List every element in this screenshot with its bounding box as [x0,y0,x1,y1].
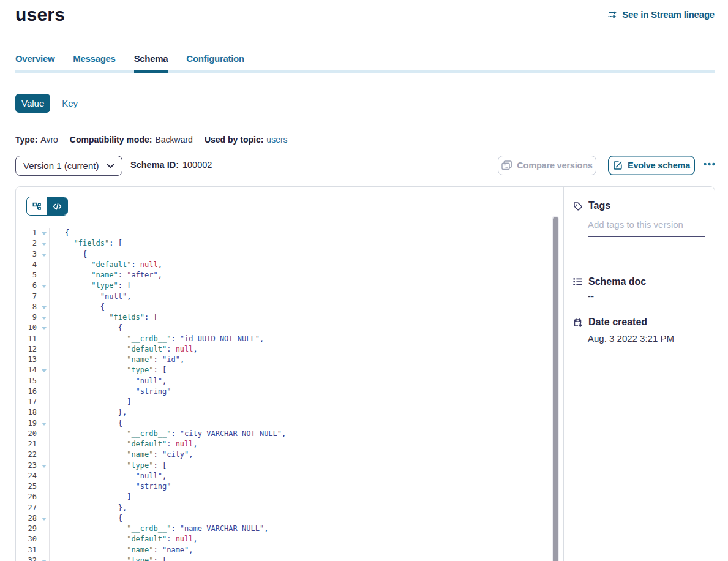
fold-arrow-icon[interactable] [42,423,47,426]
schema-doc-value: -- [588,291,705,301]
line-number: 32 [17,555,50,561]
fold-arrow-icon[interactable] [42,465,47,468]
code-line: 27 }, [17,503,555,513]
code-line-text: "name": "id", [50,355,184,365]
version-select[interactable]: Version 1 (current) [15,156,122,176]
line-number: 3 [17,249,50,260]
schema-doc-label: Schema doc [588,276,646,287]
code-line-text: { [50,513,122,524]
code-line-text: "name": "city", [50,450,193,460]
compare-versions-label: Compare versions [517,160,592,170]
code-line-text: "default": null, [50,534,198,544]
stream-lineage-icon [608,10,618,19]
code-line: 24 "null", [17,471,555,481]
line-number: 8 [17,302,50,312]
meta-value: Avro [40,135,58,145]
compare-versions-button[interactable]: Compare versions [498,156,596,175]
topic-link[interactable]: users [266,135,287,145]
version-row: Version 1 (current) Schema ID: 100002 Co… [15,156,715,176]
evolve-schema-label: Evolve schema [628,160,690,170]
code-line-text: "default": null, [50,344,198,355]
code-line: 28 { [17,513,555,524]
edit-schema-icon [613,160,623,170]
editor-scrollbar-thumb[interactable] [553,217,558,561]
code-line-text: "default": null, [50,260,162,270]
evolve-schema-button[interactable]: Evolve schema [608,156,695,175]
code-line: 29 "__crdb__": "name VARCHAR NULL", [17,524,555,534]
code-line: 21 "default": null, [17,439,555,450]
code-line: 10 { [17,323,555,333]
add-tags-input[interactable]: Add tags to this version [588,219,705,237]
tree-view-button[interactable] [27,197,47,215]
code-line: 14 "type": [ [17,365,555,375]
line-number: 26 [17,492,50,502]
schema-id-value: 100002 [182,160,212,170]
line-number: 1 [17,228,50,238]
tags-section-header: Tags [573,200,705,211]
code-pane: 1{2 "fields": [3 {4 "default": null,5 "n… [16,187,563,561]
code-line: 1{ [17,228,555,238]
line-number: 6 [17,280,50,291]
code-line-text: "name": "after", [50,270,162,280]
version-select-value: Version 1 (current) [23,160,107,171]
line-number: 17 [17,397,50,407]
line-number: 2 [17,238,50,249]
meta-label: Type: [15,135,37,145]
line-number: 22 [17,450,50,460]
fold-arrow-icon[interactable] [42,243,47,246]
side-divider [573,257,705,257]
meta-label: Compatibility mode: [70,135,152,145]
stream-lineage-link[interactable]: See in Stream lineage [608,9,715,20]
code-line: 7 "null", [17,292,555,302]
fold-arrow-icon[interactable] [42,327,47,330]
code-line-text: ] [50,492,131,502]
code-line-text: ] [50,397,131,407]
code-line: 12 "default": null, [17,344,555,355]
line-number: 23 [17,461,50,471]
meta-item: Type:Avro [15,135,58,145]
line-number: 15 [17,376,50,386]
key-tab[interactable]: Key [62,94,78,113]
stream-lineage-label: See in Stream lineage [622,9,715,20]
code-line: 3 { [17,249,555,260]
code-line-text: "__crdb__": "city VARCHAR NOT NULL", [50,429,286,439]
more-actions-button[interactable] [704,162,715,166]
tab-schema[interactable]: Schema [134,53,168,73]
code-line-text: { [50,249,87,260]
code-line: 20 "__crdb__": "city VARCHAR NOT NULL", [17,429,555,439]
fold-arrow-icon[interactable] [42,518,47,521]
fold-arrow-icon[interactable] [42,232,47,235]
code-line-text: "null", [50,292,131,302]
code-line-text: "type": [ [50,280,131,291]
code-line-text: "type": [ [50,555,167,561]
fold-arrow-icon[interactable] [42,369,47,372]
code-line: 31 "name": "name", [17,545,555,555]
fold-arrow-icon[interactable] [42,285,47,288]
fold-arrow-icon[interactable] [42,306,47,309]
code-line-text: { [50,323,122,333]
code-line: 2 "fields": [ [17,238,555,249]
date-created-label: Date created [588,317,647,328]
code-line-text: }, [50,503,127,513]
line-number: 16 [17,386,50,397]
code-line: 4 "default": null, [17,260,555,270]
meta-label: Used by topic: [205,135,263,145]
value-tab[interactable]: Value [15,94,50,113]
chevron-down-icon [107,164,114,168]
code-line-text: { [50,302,105,312]
schema-code-editor[interactable]: 1{2 "fields": [3 {4 "default": null,5 "n… [17,228,555,561]
code-line: 11 "__crdb__": "id UUID NOT NULL", [17,334,555,344]
code-line: 30 "default": null, [17,534,555,544]
page-title: users [15,4,65,25]
schema-meta-row: Type:AvroCompatibility mode:BackwardUsed… [15,135,288,145]
code-line-text: "null", [50,376,167,386]
code-line-text: "__crdb__": "name VARCHAR NULL", [50,524,268,534]
code-view-button[interactable] [47,197,67,215]
code-line-text: "__crdb__": "id UUID NOT NULL", [50,334,264,344]
line-number: 27 [17,503,50,513]
fold-arrow-icon[interactable] [42,254,47,257]
fold-arrow-icon[interactable] [42,317,47,320]
line-number: 24 [17,471,50,481]
line-number: 31 [17,545,50,555]
code-line: 16 "string" [17,386,555,397]
